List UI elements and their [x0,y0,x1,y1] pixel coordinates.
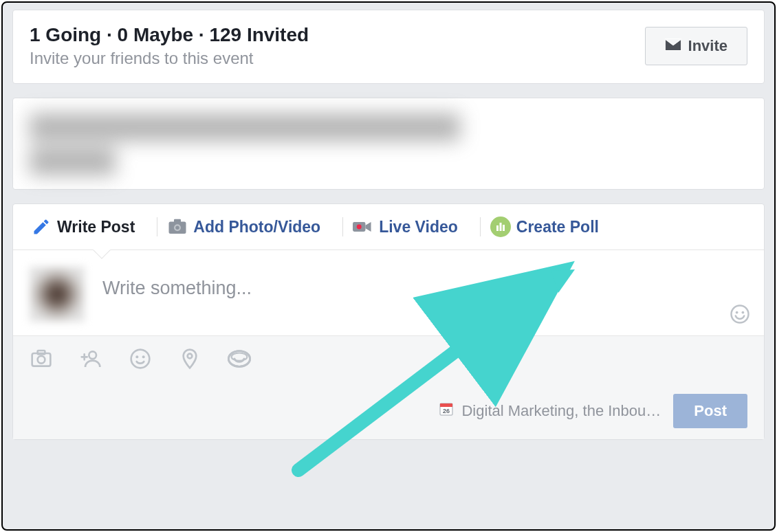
composer-footer: 26 Digital Marketing, the Inbou… Post [13,335,764,439]
svg-point-3 [176,226,180,230]
svg-point-10 [736,311,738,314]
tab-add-photo-video[interactable]: Add Photo/Video [164,217,333,250]
svg-point-14 [38,356,45,364]
svg-point-22 [232,353,248,361]
svg-rect-8 [503,225,505,231]
camera-icon [167,217,188,237]
post-composer: Write Post Add Photo/Video Live Video [12,203,765,440]
compose-input[interactable] [102,267,584,299]
event-stats-card: 1 Going · 0 Maybe · 129 Invited Invite y… [12,10,765,84]
tag-friends-icon[interactable] [79,347,102,370]
envelope-icon [665,37,681,55]
svg-rect-24 [440,403,452,407]
post-button[interactable]: Post [673,394,747,428]
camcorder-icon [353,217,373,237]
event-tag-label: Digital Marketing, the Inbou… [461,402,661,420]
compose-area [13,250,764,335]
check-in-icon[interactable] [178,347,201,370]
svg-rect-13 [38,351,45,354]
composer-tabs: Write Post Add Photo/Video Live Video [13,204,764,250]
avatar [30,267,85,322]
svg-point-18 [142,355,145,358]
post-button-label: Post [694,402,727,419]
tab-divider [157,217,157,236]
calendar-icon: 26 [438,401,455,421]
tab-live-video[interactable]: Live Video [350,217,470,250]
svg-rect-1 [174,219,181,223]
gif-sticker-icon[interactable] [228,347,251,370]
event-tag[interactable]: 26 Digital Marketing, the Inbou… [438,401,661,421]
svg-point-17 [135,355,138,358]
invite-button[interactable]: Invite [645,27,747,65]
event-stats-text: 1 Going · 0 Maybe · 129 Invited Invite y… [30,24,309,68]
emoji-picker-button[interactable] [730,304,750,324]
svg-point-5 [357,225,362,230]
blurred-description-text [30,113,747,175]
invite-button-label: Invite [688,37,727,55]
tab-create-poll[interactable]: Create Poll [488,217,611,250]
event-attendance-summary: 1 Going · 0 Maybe · 129 Invited [30,24,309,46]
tab-divider [342,217,343,236]
svg-point-15 [89,351,96,359]
tab-divider [480,217,481,236]
tab-write-label: Write Post [57,218,135,236]
tab-write-post[interactable]: Write Post [28,217,147,250]
tab-poll-label: Create Poll [516,218,599,236]
poll-icon [490,217,511,237]
svg-text:26: 26 [443,408,450,414]
event-description-card [12,98,765,190]
add-photo-icon[interactable] [30,347,53,370]
tab-live-label: Live Video [379,218,458,236]
svg-rect-7 [499,223,501,231]
svg-point-9 [732,306,749,323]
svg-point-11 [742,311,745,314]
svg-point-19 [188,354,193,359]
pencil-icon [31,217,52,237]
event-invite-subtext: Invite your friends to this event [30,49,309,68]
svg-point-16 [131,350,150,368]
composer-attachment-icons [30,347,747,370]
svg-rect-6 [496,225,499,231]
feeling-activity-icon[interactable] [129,347,152,370]
tab-photo-label: Add Photo/Video [193,218,320,236]
